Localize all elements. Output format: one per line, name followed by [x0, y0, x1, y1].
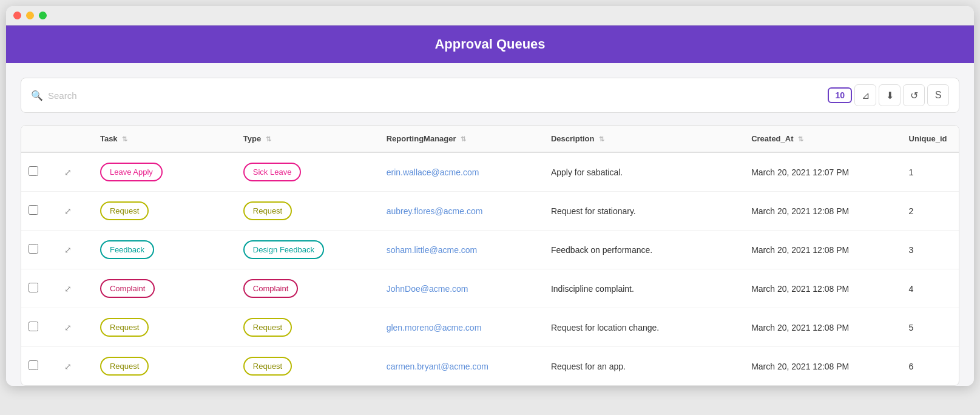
table-row: ⤢ Request Request carmen.bryant@acme.com… — [21, 347, 959, 386]
row-checkbox[interactable] — [29, 205, 38, 215]
expand-button[interactable]: ⤢ — [64, 206, 72, 216]
type-badge: Sick Leave — [243, 163, 302, 181]
row-created-at: March 20, 2021 12:08 PM — [744, 192, 901, 231]
minimize-button[interactable] — [26, 12, 34, 19]
type-badge: Design Feedback — [243, 240, 324, 259]
settings-button[interactable]: S — [927, 84, 949, 106]
type-badge: Request — [243, 201, 292, 220]
row-type: Design Feedback — [236, 231, 379, 269]
row-checkbox-cell — [21, 192, 57, 231]
table-row: ⤢ Request Request aubrey.flores@acme.com… — [21, 192, 959, 231]
task-badge: Complaint — [100, 279, 155, 298]
approval-table: Task ⇅ Type ⇅ ReportingManager ⇅ Descr — [21, 126, 959, 385]
manager-email-link[interactable]: aubrey.flores@acme.com — [387, 206, 483, 216]
expand-button[interactable]: ⤢ — [64, 323, 72, 332]
th-description[interactable]: Description ⇅ — [544, 126, 744, 152]
manager-email-link[interactable]: erin.wallace@acme.com — [387, 167, 479, 177]
row-task: Feedback — [93, 231, 236, 269]
manager-email-link[interactable]: carmen.bryant@acme.com — [387, 362, 488, 371]
th-check — [21, 126, 57, 152]
sort-created-icon: ⇅ — [798, 135, 803, 143]
row-task: Request — [93, 192, 236, 231]
th-type[interactable]: Type ⇅ — [236, 126, 379, 152]
app-window: Approval Queues 🔍 10 ⊿ ⬇ ↺ S — [6, 6, 974, 386]
row-checkbox-cell — [21, 269, 57, 308]
row-unique-id: 4 — [902, 269, 959, 308]
settings-icon: S — [935, 90, 942, 101]
sort-manager-icon: ⇅ — [461, 135, 466, 143]
row-checkbox[interactable] — [29, 322, 38, 331]
row-description: Request for location change. — [544, 308, 744, 347]
row-task: Complaint — [93, 269, 236, 308]
row-manager: soham.little@acme.com — [379, 231, 544, 269]
row-expand-cell: ⤢ — [57, 269, 93, 308]
row-type: Complaint — [236, 269, 379, 308]
download-button[interactable]: ⬇ — [879, 84, 901, 106]
filter-icon: ⊿ — [862, 90, 870, 101]
row-checkbox[interactable] — [29, 360, 38, 370]
row-manager: aubrey.flores@acme.com — [379, 192, 544, 231]
refresh-button[interactable]: ↺ — [903, 84, 925, 106]
row-description: Apply for sabatical. — [544, 152, 744, 192]
row-checkbox-cell — [21, 308, 57, 347]
expand-button[interactable]: ⤢ — [64, 245, 72, 255]
row-checkbox[interactable] — [29, 166, 38, 176]
close-button[interactable] — [13, 12, 21, 19]
search-input[interactable] — [48, 90, 823, 101]
page-count-badge[interactable]: 10 — [828, 87, 852, 103]
main-content: 🔍 10 ⊿ ⬇ ↺ S — [6, 63, 974, 386]
row-checkbox-cell — [21, 152, 57, 192]
th-expand — [57, 126, 93, 152]
maximize-button[interactable] — [39, 12, 47, 19]
th-unique-id[interactable]: Unique_id — [902, 126, 959, 152]
row-expand-cell: ⤢ — [57, 152, 93, 192]
task-badge: Leave Apply — [100, 163, 163, 181]
th-created-at[interactable]: Created_At ⇅ — [744, 126, 901, 152]
row-checkbox[interactable] — [29, 283, 38, 292]
row-checkbox-cell — [21, 231, 57, 269]
data-table-container: Task ⇅ Type ⇅ ReportingManager ⇅ Descr — [21, 125, 959, 386]
row-description: Feedback on performance. — [544, 231, 744, 269]
sort-desc-icon: ⇅ — [599, 135, 604, 143]
manager-email-link[interactable]: soham.little@acme.com — [387, 245, 478, 255]
manager-email-link[interactable]: glen.moreno@acme.com — [387, 323, 482, 332]
row-unique-id: 2 — [902, 192, 959, 231]
expand-button[interactable]: ⤢ — [64, 362, 72, 371]
search-bar: 🔍 10 ⊿ ⬇ ↺ S — [21, 78, 959, 113]
row-created-at: March 20, 2021 12:07 PM — [744, 152, 901, 192]
search-icon: 🔍 — [31, 90, 43, 101]
th-manager[interactable]: ReportingManager ⇅ — [379, 126, 544, 152]
row-expand-cell: ⤢ — [57, 231, 93, 269]
filter-button[interactable]: ⊿ — [854, 84, 876, 106]
page-title: Approval Queues — [434, 36, 545, 52]
row-created-at: March 20, 2021 12:08 PM — [744, 347, 901, 386]
task-badge: Request — [100, 357, 149, 376]
row-type: Request — [236, 347, 379, 386]
expand-button[interactable]: ⤢ — [64, 167, 72, 177]
row-checkbox[interactable] — [29, 244, 38, 254]
refresh-icon: ↺ — [910, 90, 918, 101]
row-type: Request — [236, 308, 379, 347]
titlebar — [6, 6, 974, 25]
type-badge: Request — [243, 318, 292, 337]
row-task: Request — [93, 347, 236, 386]
manager-email-link[interactable]: JohnDoe@acme.com — [387, 284, 468, 294]
expand-button[interactable]: ⤢ — [64, 284, 72, 294]
row-unique-id: 1 — [902, 152, 959, 192]
row-type: Request — [236, 192, 379, 231]
row-description: Request for an app. — [544, 347, 744, 386]
download-icon: ⬇ — [886, 90, 894, 101]
app-header: Approval Queues — [6, 25, 974, 63]
task-badge: Feedback — [100, 240, 154, 259]
row-type: Sick Leave — [236, 152, 379, 192]
row-unique-id: 5 — [902, 308, 959, 347]
row-unique-id: 3 — [902, 231, 959, 269]
task-badge: Request — [100, 318, 149, 337]
row-checkbox-cell — [21, 347, 57, 386]
table-row: ⤢ Leave Apply Sick Leave erin.wallace@ac… — [21, 152, 959, 192]
row-description: Indiscipline complaint. — [544, 269, 744, 308]
row-manager: erin.wallace@acme.com — [379, 152, 544, 192]
row-created-at: March 20, 2021 12:08 PM — [744, 308, 901, 347]
th-task[interactable]: Task ⇅ — [93, 126, 236, 152]
row-manager: glen.moreno@acme.com — [379, 308, 544, 347]
